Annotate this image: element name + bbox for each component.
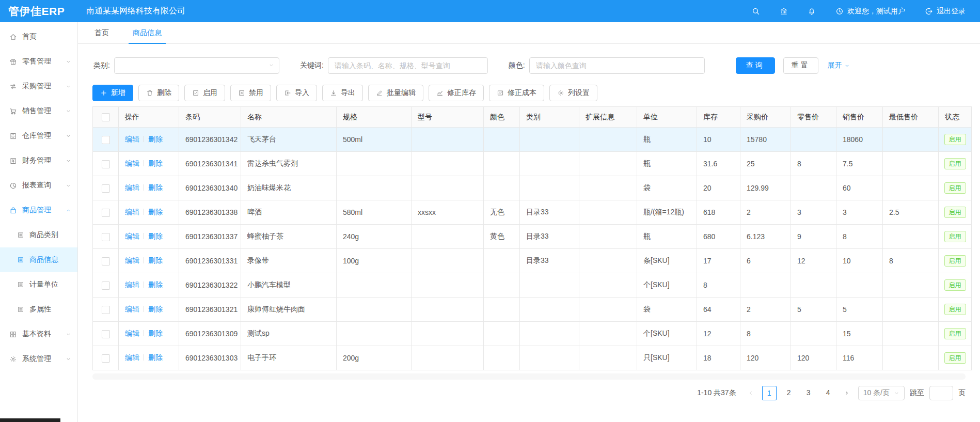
cell-sale-price: 3 [836,200,883,225]
cell-spec: 200g [337,346,412,370]
delete-link[interactable]: 删除 [148,256,163,264]
delete-link[interactable]: 删除 [148,280,163,289]
category-select[interactable] [114,57,279,74]
edit-link[interactable]: 编辑 [125,329,139,337]
edit-link[interactable]: 编辑 [125,305,139,313]
sidebar-item-label: 财务管理 [22,156,51,165]
delete-link[interactable]: 删除 [148,305,163,313]
row-checkbox[interactable] [102,354,110,363]
jump-to-input[interactable] [929,386,953,400]
adjust-stock-button[interactable]: 修正库存 [429,85,484,101]
search-icon[interactable] [752,7,760,15]
page-button-4[interactable]: 4 [821,386,835,400]
color-input[interactable] [529,57,705,74]
search-button[interactable]: 查询 [736,57,775,74]
row-checkbox[interactable] [102,136,110,144]
export-button[interactable]: 导出 [322,85,363,101]
bell-icon[interactable] [808,7,816,15]
disable-button[interactable]: 禁用 [230,85,271,101]
delete-link[interactable]: 删除 [148,232,163,240]
page-size-select[interactable]: 10 条/页 [858,386,905,400]
edit-link[interactable]: 编辑 [125,183,139,192]
page-button-1[interactable]: 1 [762,386,777,400]
horizontal-scrollbar[interactable] [92,373,966,380]
sidebar-item-label: 商品信息 [29,255,58,264]
sidebar-item-purchase[interactable]: 采购管理 [0,74,77,99]
row-checkbox[interactable] [102,330,110,338]
delete-link[interactable]: 删除 [148,208,163,216]
sidebar-item-sales[interactable]: 销售管理 [0,99,77,123]
header-actions: 欢迎您，测试用户 退出登录 [752,7,980,16]
plus-icon [100,89,107,97]
welcome-user[interactable]: 欢迎您，测试用户 [835,7,905,16]
tab-home[interactable]: 首页 [94,22,109,43]
cell-retail-price: 9 [791,225,836,249]
sidebar-item-goods-category[interactable]: 商品类别 [0,223,77,247]
row-checkbox[interactable] [102,209,110,217]
enable-button[interactable]: 启用 [184,85,225,101]
delete-link[interactable]: 删除 [148,183,163,192]
sidebar-item-units[interactable]: 计量单位 [0,272,77,297]
edit-link[interactable]: 编辑 [125,208,139,216]
edit-link[interactable]: 编辑 [125,232,139,240]
row-checkbox[interactable] [102,306,110,314]
edit-link[interactable]: 编辑 [125,135,139,143]
row-checkbox[interactable] [102,160,110,168]
select-all-checkbox[interactable] [102,113,110,121]
filter-bar: 类别: 关键词: 颜色: 查询 重置 展开 [78,44,980,74]
sidebar-item-label: 首页 [22,32,37,41]
page-suffix-label: 页 [958,388,966,398]
status-badge: 启用 [944,328,966,339]
sidebar-collapse-bar[interactable] [0,418,60,422]
row-checkbox[interactable] [102,184,110,193]
sidebar-item-goods-info[interactable]: 商品信息 [0,247,77,272]
reset-button[interactable]: 重置 [783,57,818,74]
cell-unit: 袋 [637,298,697,322]
sidebar-item-finance[interactable]: 财务管理 [0,148,77,173]
delete-link[interactable]: 删除 [148,329,163,337]
tab-goods-info[interactable]: 商品信息 [133,22,162,43]
status-badge: 启用 [944,231,966,242]
row-checkbox[interactable] [102,233,110,241]
edit-link[interactable]: 编辑 [125,280,139,289]
col-color: 颜色 [484,107,520,128]
row-checkbox[interactable] [102,257,110,265]
batch-edit-button[interactable]: 批量编辑 [368,85,423,101]
cell-sale-price: 10 [836,249,883,273]
sidebar-item-warehouse[interactable]: 仓库管理 [0,123,77,148]
expand-link[interactable]: 展开 [828,61,850,70]
delete-button[interactable]: 删除 [138,85,179,101]
sidebar-item-home[interactable]: 首页 [0,24,77,49]
prev-page-button[interactable] [745,386,757,400]
keyword-label: 关键词: [300,61,324,70]
page-button-2[interactable]: 2 [782,386,796,400]
edit-link[interactable]: 编辑 [125,159,139,167]
edit-link[interactable]: 编辑 [125,256,139,264]
import-button[interactable]: 导入 [276,85,317,101]
delete-link[interactable]: 删除 [148,353,163,362]
next-page-button[interactable] [841,386,853,400]
edit-link[interactable]: 编辑 [125,353,139,362]
add-button[interactable]: 新增 [92,85,133,101]
sidebar-item-reports[interactable]: 报表查询 [0,173,77,198]
bank-icon[interactable] [780,7,788,15]
adjust-cost-button[interactable]: 修正成本 [489,85,544,101]
status-badge: 启用 [944,279,966,291]
delete-link[interactable]: 删除 [148,135,163,143]
col-spec: 规格 [337,107,412,128]
sidebar-item-goods[interactable]: 商品管理 [0,198,77,223]
logout-button[interactable]: 退出登录 [925,7,966,16]
delete-link[interactable]: 删除 [148,159,163,167]
cell-category [520,152,579,176]
keyword-input[interactable] [328,57,488,74]
cell-model [412,322,484,346]
sidebar-item-attributes[interactable]: 多属性 [0,297,77,322]
chevron-down-icon [66,59,71,65]
sidebar-item-basic-data[interactable]: 基本资料 [0,322,77,347]
sidebar-item-retail[interactable]: 零售管理 [0,49,77,74]
company-name: 南通某某网络科技有限公司 [86,6,185,17]
row-checkbox[interactable] [102,282,110,290]
sidebar-item-system[interactable]: 系统管理 [0,347,77,371]
page-button-3[interactable]: 3 [801,386,816,400]
column-settings-button[interactable]: 列设置 [549,85,597,101]
